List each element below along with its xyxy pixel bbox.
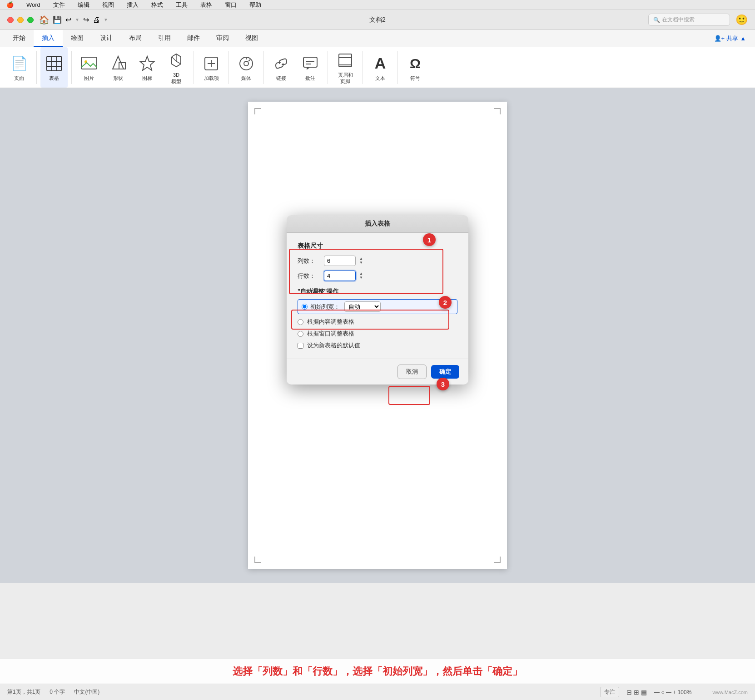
tools-menu[interactable]: 工具 <box>174 1 189 9</box>
ribbon-group-media[interactable]: 媒体 <box>233 47 260 88</box>
insert-menu[interactable]: 插入 <box>125 1 140 9</box>
media-icon <box>237 54 255 74</box>
content-adjust-label: 根据内容调整表格 <box>307 318 354 326</box>
content-adjust-radio[interactable] <box>298 319 303 325</box>
search-placeholder: 在文档中搜索 <box>662 16 695 24</box>
ribbon-group-symbol[interactable]: Ω 符号 <box>402 47 429 88</box>
search-box[interactable]: 🔍 在文档中搜索 <box>648 14 730 26</box>
col-up-arrow[interactable]: ▲ <box>359 257 363 261</box>
svg-marker-9 <box>140 56 154 70</box>
row-row: 行数： ▲ ▼ <box>298 271 457 281</box>
table-icon <box>45 54 63 74</box>
redo-icon[interactable]: ↪ <box>83 15 89 24</box>
tab-home[interactable]: 开始 <box>5 30 34 47</box>
icon-icon <box>138 54 156 74</box>
row-input[interactable] <box>324 271 356 281</box>
link-icon <box>272 54 290 74</box>
minimize-button[interactable] <box>17 17 24 23</box>
initial-width-row: 初始列宽： 自动 <box>298 299 457 314</box>
tab-insert[interactable]: 插入 <box>34 30 63 47</box>
col-input[interactable] <box>324 256 356 266</box>
focus-button[interactable]: 专注 <box>600 687 619 697</box>
row-up-arrow[interactable]: ▲ <box>359 272 363 276</box>
document-area: 插入表格 表格尺寸 列数： ▲ ▼ 行数： ▲ <box>0 88 755 583</box>
initial-width-select[interactable]: 自动 <box>344 301 381 312</box>
undo-dropdown[interactable]: ▼ <box>75 17 79 22</box>
shape-icon <box>109 54 127 74</box>
col-label: 列数： <box>298 257 320 265</box>
annotation-badge-3: 3 <box>437 378 449 390</box>
symbol-icon: Ω <box>406 54 424 74</box>
svg-line-17 <box>248 59 250 61</box>
col-down-arrow[interactable]: ▼ <box>359 261 363 265</box>
initial-width-label: 初始列宽： <box>310 303 340 311</box>
help-menu[interactable]: 帮助 <box>248 1 263 9</box>
maximize-button[interactable] <box>27 17 34 23</box>
format-menu[interactable]: 格式 <box>149 1 165 9</box>
text-icon: A <box>371 54 389 74</box>
file-menu[interactable]: 文件 <box>51 1 67 9</box>
tab-review[interactable]: 审阅 <box>208 30 237 47</box>
window-adjust-row: 根据窗口调整表格 <box>298 330 457 338</box>
row-label: 行数： <box>298 272 320 280</box>
ribbon-group-icon[interactable]: 图标 <box>134 47 161 88</box>
addon-icon <box>202 54 220 74</box>
row-spinner[interactable]: ▲ ▼ <box>359 272 363 280</box>
undo-icon[interactable]: ↩ <box>65 15 71 24</box>
edit-menu[interactable]: 编辑 <box>76 1 91 9</box>
ribbon-group-addon[interactable]: 加载项 <box>198 47 225 88</box>
col-spinner[interactable]: ▲ ▼ <box>359 257 363 265</box>
tab-references[interactable]: 引用 <box>150 30 179 47</box>
table-menu[interactable]: 表格 <box>199 1 214 9</box>
share-button[interactable]: 👤+ 共享 ▲ <box>710 30 750 47</box>
print-icon[interactable]: 🖨 <box>93 16 100 24</box>
tab-design[interactable]: 设计 <box>92 30 121 47</box>
window-menu[interactable]: 窗口 <box>223 1 238 9</box>
header-icon <box>336 50 354 70</box>
ok-button[interactable]: 确定 <box>431 365 459 379</box>
tab-mail[interactable]: 邮件 <box>179 30 208 47</box>
watermark: www.MacZ.com <box>712 690 748 695</box>
3d-label: 3D模型 <box>171 72 181 84</box>
status-bar: 第1页，共1页 0 个字 中文(中国) 专注 ⊟ ⊞ ▤ — ○ — + 100… <box>0 684 755 700</box>
symbol-label: 符号 <box>410 75 420 81</box>
comment-icon <box>301 54 319 74</box>
document-title: 文档2 <box>369 16 386 24</box>
view-menu[interactable]: 视图 <box>100 1 116 9</box>
title-bar: 🏠 💾 ↩ ▼ ↪ 🖨 ▼ 文档2 🔍 在文档中搜索 🙂 <box>0 10 755 30</box>
ribbon-group-page[interactable]: 📄 页面 <box>5 47 33 88</box>
auto-adjust-section: "自动调整"操作 初始列宽： 自动 根据内容调整表格 <box>298 287 457 350</box>
row-down-arrow[interactable]: ▼ <box>359 276 363 280</box>
tab-layout[interactable]: 布局 <box>121 30 150 47</box>
ribbon-group-text[interactable]: A 文本 <box>367 47 394 88</box>
tab-view[interactable]: 视图 <box>237 30 266 47</box>
zoom-slider[interactable]: — ○ — + 100% <box>654 689 691 695</box>
image-label: 图片 <box>84 75 94 81</box>
ribbon-group-shape[interactable]: 形状 <box>104 47 132 88</box>
ribbon-group-table[interactable]: 表格 <box>40 47 68 88</box>
view-icons[interactable]: ⊟ ⊞ ▤ <box>626 689 647 696</box>
page-icon: 📄 <box>10 54 28 74</box>
save-icon[interactable]: 💾 <box>53 15 62 24</box>
apple-menu[interactable]: 🍎 <box>5 1 15 8</box>
window-adjust-radio[interactable] <box>298 331 303 337</box>
ribbon-group-3d[interactable]: 3D模型 <box>163 47 190 88</box>
cancel-button[interactable]: 取消 <box>397 365 427 379</box>
ribbon-group-image[interactable]: 图片 <box>75 47 103 88</box>
ribbon-group-link[interactable]: 链接 <box>268 47 295 88</box>
ribbon-group-comment[interactable]: 批注 <box>297 47 324 88</box>
menu-bar: 🍎 Word 文件 编辑 视图 插入 格式 工具 表格 窗口 帮助 <box>0 0 755 10</box>
default-checkbox[interactable] <box>298 343 303 349</box>
ribbon-group-header[interactable]: 页眉和页脚 <box>332 47 359 88</box>
initial-width-radio[interactable] <box>302 304 308 310</box>
close-button[interactable] <box>7 17 14 23</box>
shape-label: 形状 <box>113 75 123 81</box>
word-menu[interactable]: Word <box>25 1 42 8</box>
svg-rect-18 <box>303 57 317 67</box>
svg-marker-21 <box>307 67 310 70</box>
home-icon[interactable]: 🏠 <box>39 15 49 25</box>
language: 中文(中国) <box>74 688 99 696</box>
window-controls[interactable] <box>7 17 34 23</box>
toolbar-dropdown[interactable]: ▼ <box>104 17 108 22</box>
tab-draw[interactable]: 绘图 <box>63 30 92 47</box>
